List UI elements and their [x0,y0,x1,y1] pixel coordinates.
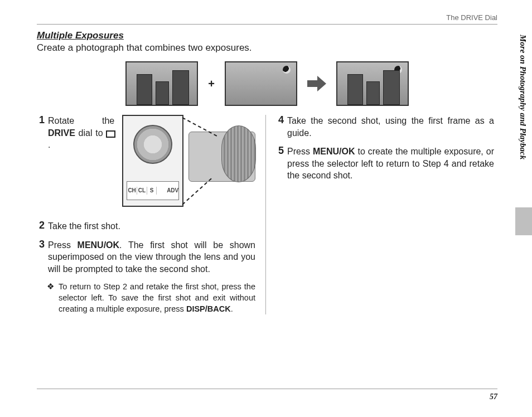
content-area: Multiple Exposures Create a photograph t… [37,30,497,314]
step-text: Press [48,240,78,250]
drive-dial-icon [133,125,172,164]
camera-illustration: CH CL S ADV [122,115,255,212]
page-number: 57 [37,389,497,401]
camera-body-icon [188,132,255,182]
menu-ok-label: MENU/OK [78,240,120,250]
step-number: 2 [37,220,45,232]
plus-icon: + [208,77,215,90]
thumb-index-tab [515,207,532,235]
dial-mark: S [147,187,157,195]
section-title: Multiple Exposures [37,30,497,41]
step-text: Take the second shot, using the first fr… [287,115,494,139]
step-number: 4 [276,115,284,139]
step-2: 2 Take the first shot. [37,220,255,232]
hero-image-combined [336,61,409,106]
step-number: 5 [276,146,284,182]
step-1: 1 Rotate the DRIVE dial to . [37,115,114,151]
note-bullet-icon: ❖ [47,282,54,314]
step-text: . [48,140,50,149]
note: ❖ To return to Step 2 and retake the fir… [37,282,255,314]
section-tab: More on Photography and Playback [512,35,528,207]
step-5: 5 Press MENU/OK to create the multiple e… [276,146,494,182]
dial-scale: CH CL S ADV [127,181,179,200]
dial-mark: CH [127,187,137,195]
section-lead: Create a photograph that combines two ex… [37,42,497,54]
running-head: The DRIVE Dial [37,13,497,25]
step-number: 1 [37,115,45,151]
step-4: 4 Take the second shot, using the first … [276,115,494,139]
note-text: . [231,304,233,313]
step-text: dial to [75,128,106,138]
step-text: Press [287,147,313,156]
left-column: 1 Rotate the DRIVE dial to . CH CL [37,115,265,314]
step-number: 3 [37,239,45,275]
multi-exposure-icon [106,130,114,137]
step-3: 3 Press MENU/OK. The first shot will be … [37,239,255,275]
right-column: 4 Take the second shot, using the first … [265,115,494,314]
two-column-layout: 1 Rotate the DRIVE dial to . CH CL [37,115,497,314]
step-text: Rotate the [48,116,114,125]
step-text: Take the first shot. [48,220,255,232]
dial-zoom-box: CH CL S ADV [122,115,183,207]
dial-mark: CL [137,187,147,195]
arrow-right-icon [307,76,326,91]
drive-label: DRIVE [48,128,75,138]
dial-mark: ADV [167,187,178,195]
hero-image-buildings [125,61,198,106]
hero-image-moon [225,61,297,106]
disp-back-label: DISP/BACK [186,304,231,313]
page: The DRIVE Dial Multiple Exposures Create… [37,13,497,404]
hero-illustration: + [37,61,497,106]
menu-ok-label: MENU/OK [313,147,355,156]
